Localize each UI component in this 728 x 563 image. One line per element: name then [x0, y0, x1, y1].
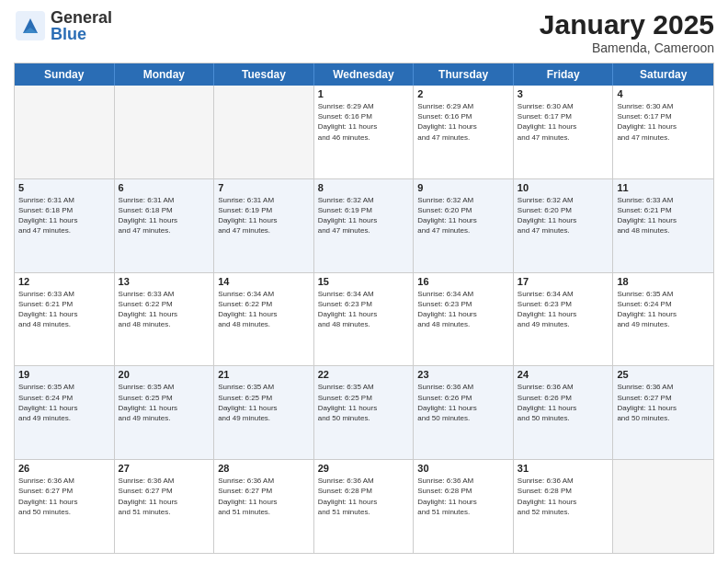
day-number: 21 [218, 369, 310, 380]
calendar-body: 1Sunrise: 6:29 AM Sunset: 6:16 PM Daylig… [15, 86, 713, 553]
cell-info: Sunrise: 6:36 AM Sunset: 6:27 PM Dayligh… [617, 382, 710, 423]
day-number: 8 [318, 182, 410, 193]
calendar-cell [115, 86, 215, 178]
calendar-cell: 15Sunrise: 6:34 AM Sunset: 6:23 PM Dayli… [314, 273, 415, 366]
day-number: 4 [617, 88, 710, 99]
cell-info: Sunrise: 6:36 AM Sunset: 6:27 PM Dayligh… [218, 476, 310, 517]
day-number: 13 [119, 276, 210, 287]
logo-icon [14, 9, 47, 42]
day-number: 14 [218, 276, 310, 287]
cell-info: Sunrise: 6:33 AM Sunset: 6:21 PM Dayligh… [617, 195, 710, 236]
cell-info: Sunrise: 6:34 AM Sunset: 6:23 PM Dayligh… [518, 289, 609, 330]
calendar-cell: 19Sunrise: 6:35 AM Sunset: 6:24 PM Dayli… [15, 366, 115, 459]
cell-info: Sunrise: 6:36 AM Sunset: 6:28 PM Dayligh… [417, 476, 509, 517]
cell-info: Sunrise: 6:32 AM Sunset: 6:19 PM Dayligh… [318, 195, 410, 236]
calendar-row: 19Sunrise: 6:35 AM Sunset: 6:24 PM Dayli… [15, 365, 713, 459]
day-number: 28 [218, 463, 310, 474]
calendar-cell [214, 86, 314, 178]
calendar-cell: 16Sunrise: 6:34 AM Sunset: 6:23 PM Dayli… [414, 273, 514, 366]
header-day-monday: Monday [115, 63, 215, 86]
cell-info: Sunrise: 6:35 AM Sunset: 6:25 PM Dayligh… [218, 382, 310, 423]
cell-info: Sunrise: 6:32 AM Sunset: 6:20 PM Dayligh… [518, 195, 609, 236]
day-number: 20 [119, 369, 210, 380]
calendar-cell: 3Sunrise: 6:30 AM Sunset: 6:17 PM Daylig… [514, 86, 614, 178]
calendar-cell: 21Sunrise: 6:35 AM Sunset: 6:25 PM Dayli… [214, 366, 314, 459]
cell-info: Sunrise: 6:34 AM Sunset: 6:23 PM Dayligh… [318, 289, 410, 330]
day-number: 15 [318, 276, 410, 287]
day-number: 24 [518, 369, 609, 380]
cell-info: Sunrise: 6:29 AM Sunset: 6:16 PM Dayligh… [318, 101, 410, 143]
calendar-cell: 31Sunrise: 6:36 AM Sunset: 6:28 PM Dayli… [514, 460, 614, 553]
header: General Blue January 2025 Bamenda, Camer… [14, 9, 714, 55]
logo: General Blue [14, 9, 112, 42]
cell-info: Sunrise: 6:34 AM Sunset: 6:22 PM Dayligh… [218, 289, 310, 330]
calendar-cell: 14Sunrise: 6:34 AM Sunset: 6:22 PM Dayli… [214, 273, 314, 366]
calendar-cell: 1Sunrise: 6:29 AM Sunset: 6:16 PM Daylig… [314, 86, 415, 178]
day-number: 10 [518, 182, 609, 193]
month-title: January 2025 [540, 9, 714, 40]
day-number: 29 [318, 463, 410, 474]
calendar-cell: 25Sunrise: 6:36 AM Sunset: 6:27 PM Dayli… [613, 366, 713, 459]
cell-info: Sunrise: 6:31 AM Sunset: 6:19 PM Dayligh… [218, 195, 310, 236]
header-day-saturday: Saturday [613, 63, 713, 86]
calendar-cell: 13Sunrise: 6:33 AM Sunset: 6:22 PM Dayli… [115, 273, 215, 366]
calendar-cell: 27Sunrise: 6:36 AM Sunset: 6:27 PM Dayli… [115, 460, 215, 553]
cell-info: Sunrise: 6:36 AM Sunset: 6:28 PM Dayligh… [318, 476, 410, 517]
calendar-cell: 20Sunrise: 6:35 AM Sunset: 6:25 PM Dayli… [115, 366, 215, 459]
day-number: 31 [518, 463, 609, 474]
calendar-cell: 17Sunrise: 6:34 AM Sunset: 6:23 PM Dayli… [514, 273, 614, 366]
calendar-cell [613, 460, 713, 553]
day-number: 1 [318, 88, 410, 99]
calendar-cell: 8Sunrise: 6:32 AM Sunset: 6:19 PM Daylig… [314, 179, 415, 272]
calendar-cell: 30Sunrise: 6:36 AM Sunset: 6:28 PM Dayli… [414, 460, 514, 553]
calendar-row: 12Sunrise: 6:33 AM Sunset: 6:21 PM Dayli… [15, 272, 713, 366]
page: General Blue January 2025 Bamenda, Camer… [0, 0, 728, 563]
day-number: 2 [417, 88, 509, 99]
day-number: 27 [119, 463, 210, 474]
cell-info: Sunrise: 6:29 AM Sunset: 6:16 PM Dayligh… [417, 101, 509, 143]
calendar-header: SundayMondayTuesdayWednesdayThursdayFrid… [15, 63, 713, 86]
day-number: 3 [518, 88, 609, 99]
cell-info: Sunrise: 6:35 AM Sunset: 6:25 PM Dayligh… [318, 382, 410, 423]
calendar-cell: 11Sunrise: 6:33 AM Sunset: 6:21 PM Dayli… [613, 179, 713, 272]
header-day-wednesday: Wednesday [314, 63, 415, 86]
calendar-cell: 22Sunrise: 6:35 AM Sunset: 6:25 PM Dayli… [314, 366, 415, 459]
logo-general: General [51, 9, 112, 26]
cell-info: Sunrise: 6:31 AM Sunset: 6:18 PM Dayligh… [119, 195, 210, 236]
day-number: 9 [417, 182, 509, 193]
cell-info: Sunrise: 6:35 AM Sunset: 6:24 PM Dayligh… [617, 289, 710, 330]
subtitle: Bamenda, Cameroon [540, 40, 714, 55]
cell-info: Sunrise: 6:36 AM Sunset: 6:27 PM Dayligh… [18, 476, 110, 517]
header-day-tuesday: Tuesday [214, 63, 314, 86]
day-number: 30 [417, 463, 509, 474]
day-number: 5 [18, 182, 110, 193]
title-block: January 2025 Bamenda, Cameroon [540, 9, 714, 55]
calendar-cell: 29Sunrise: 6:36 AM Sunset: 6:28 PM Dayli… [314, 460, 415, 553]
calendar-cell: 10Sunrise: 6:32 AM Sunset: 6:20 PM Dayli… [514, 179, 614, 272]
cell-info: Sunrise: 6:30 AM Sunset: 6:17 PM Dayligh… [518, 101, 609, 143]
cell-info: Sunrise: 6:32 AM Sunset: 6:20 PM Dayligh… [417, 195, 509, 236]
cell-info: Sunrise: 6:36 AM Sunset: 6:28 PM Dayligh… [518, 476, 609, 517]
calendar-cell: 5Sunrise: 6:31 AM Sunset: 6:18 PM Daylig… [15, 179, 115, 272]
header-day-friday: Friday [514, 63, 614, 86]
cell-info: Sunrise: 6:33 AM Sunset: 6:22 PM Dayligh… [119, 289, 210, 330]
cell-info: Sunrise: 6:31 AM Sunset: 6:18 PM Dayligh… [18, 195, 110, 236]
calendar-row: 1Sunrise: 6:29 AM Sunset: 6:16 PM Daylig… [15, 86, 713, 178]
header-day-thursday: Thursday [414, 63, 514, 86]
cell-info: Sunrise: 6:36 AM Sunset: 6:26 PM Dayligh… [417, 382, 509, 423]
cell-info: Sunrise: 6:36 AM Sunset: 6:26 PM Dayligh… [518, 382, 609, 423]
cell-info: Sunrise: 6:35 AM Sunset: 6:24 PM Dayligh… [18, 382, 110, 423]
logo-text: General Blue [51, 9, 112, 42]
day-number: 7 [218, 182, 310, 193]
calendar-cell: 9Sunrise: 6:32 AM Sunset: 6:20 PM Daylig… [414, 179, 514, 272]
day-number: 25 [617, 369, 710, 380]
calendar-cell: 6Sunrise: 6:31 AM Sunset: 6:18 PM Daylig… [115, 179, 215, 272]
cell-info: Sunrise: 6:34 AM Sunset: 6:23 PM Dayligh… [417, 289, 509, 330]
day-number: 16 [417, 276, 509, 287]
calendar-row: 5Sunrise: 6:31 AM Sunset: 6:18 PM Daylig… [15, 178, 713, 272]
cell-info: Sunrise: 6:30 AM Sunset: 6:17 PM Dayligh… [617, 101, 710, 143]
cell-info: Sunrise: 6:35 AM Sunset: 6:25 PM Dayligh… [119, 382, 210, 423]
calendar-cell [15, 86, 115, 178]
calendar-cell: 4Sunrise: 6:30 AM Sunset: 6:17 PM Daylig… [613, 86, 713, 178]
calendar-cell: 2Sunrise: 6:29 AM Sunset: 6:16 PM Daylig… [414, 86, 514, 178]
